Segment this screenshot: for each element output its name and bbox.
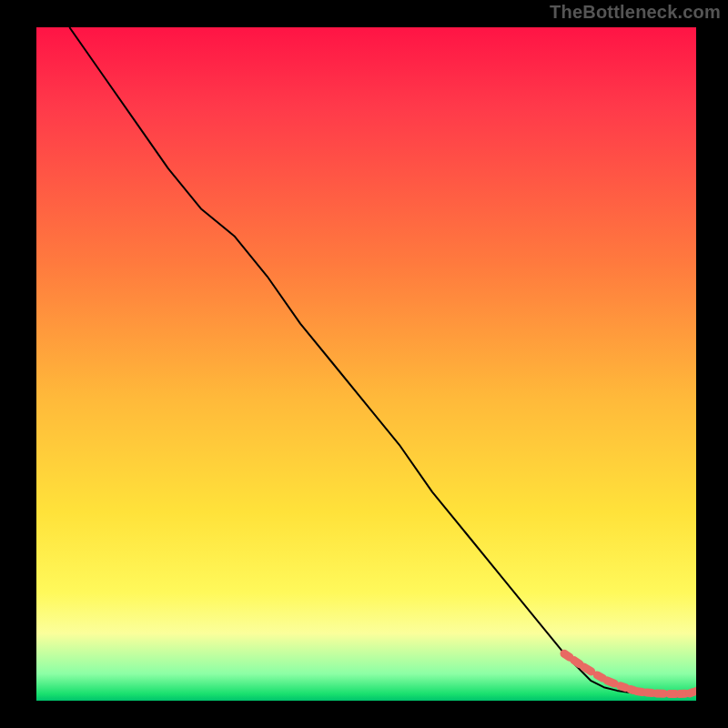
svg-line-5 — [607, 681, 614, 683]
svg-line-2 — [574, 661, 580, 664]
svg-point-1 — [561, 650, 568, 657]
svg-line-8 — [637, 692, 642, 693]
svg-point-13 — [676, 691, 683, 698]
highlighted-range-markers — [561, 650, 696, 697]
watermark-label: TheBottleneck.com — [550, 2, 721, 23]
chart-overlay-svg — [36, 27, 696, 701]
svg-line-4 — [597, 675, 602, 678]
svg-line-6 — [621, 686, 626, 688]
chart-frame: TheBottleneck.com — [0, 0, 728, 728]
plot-area — [36, 27, 696, 701]
svg-line-3 — [584, 667, 592, 672]
bottleneck-curve — [69, 27, 696, 694]
